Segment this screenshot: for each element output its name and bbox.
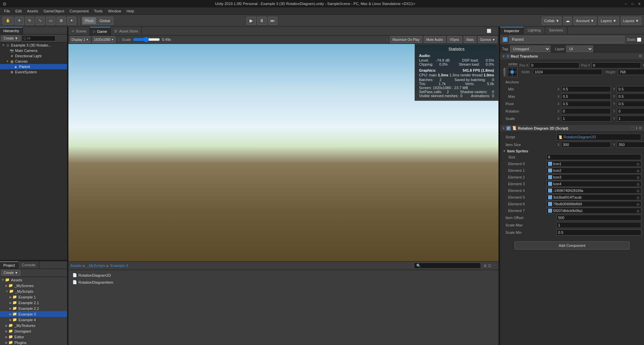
- script-reference[interactable]: 📜 RotationDiagram2D: [556, 134, 641, 140]
- element-pick-1[interactable]: ◎: [637, 169, 640, 172]
- static-checkbox[interactable]: [637, 38, 641, 42]
- tree-item-eventsystem[interactable]: ⚙ EventSystem: [0, 69, 67, 75]
- tree-item-canvas[interactable]: ▼ ▦ Canvas: [0, 59, 67, 64]
- close-panel-icon[interactable]: ⋯: [493, 29, 496, 33]
- pivot-y-input[interactable]: [617, 101, 644, 107]
- pivot-x-input[interactable]: [561, 101, 611, 107]
- pause-button[interactable]: ⏸: [257, 17, 267, 25]
- display-dropdown[interactable]: Display 1 ▼: [70, 36, 90, 43]
- menu-window[interactable]: Window: [105, 8, 124, 14]
- close-button[interactable]: ✕: [637, 2, 641, 6]
- element-pick-6[interactable]: ◎: [637, 202, 640, 206]
- item-size-y-input[interactable]: [617, 142, 644, 148]
- script-active-checkbox[interactable]: ✓: [506, 126, 511, 130]
- collab-button[interactable]: Collab ▼: [542, 17, 561, 25]
- transform-tool[interactable]: ⊞: [57, 17, 66, 25]
- hand-tool[interactable]: ✋: [3, 17, 13, 25]
- tree-item-parent[interactable]: ◈ Parent: [0, 64, 67, 69]
- project-item-example4[interactable]: ▶ 📁 Example 4: [0, 317, 67, 323]
- tab-scene[interactable]: ⊙ Scene: [68, 27, 90, 35]
- element-ref-7[interactable]: 59207d8dcb0b08a1◎: [546, 208, 641, 214]
- file-rotationdiagram2d[interactable]: 📄 RotationDiagram2D: [70, 272, 496, 278]
- menu-gameobject[interactable]: GameObject: [41, 8, 67, 14]
- breadcrumb-example3[interactable]: Example 3: [110, 264, 128, 268]
- project-item-plugins[interactable]: ▶ 📁 Plugins: [0, 340, 67, 345]
- rect-tool[interactable]: ▭: [46, 17, 55, 25]
- width-input[interactable]: [533, 69, 602, 75]
- project-item-example1[interactable]: ▶ 📁 Example 1: [0, 294, 67, 300]
- element-pick-5[interactable]: ◎: [637, 196, 640, 199]
- tab-game[interactable]: ▷ Game: [90, 27, 111, 35]
- tab-hierarchy[interactable]: Hierarchy: [0, 27, 23, 34]
- element-ref-3[interactable]: Icon4◎: [546, 181, 641, 187]
- rot-y-input[interactable]: [617, 108, 644, 114]
- tree-item-scene[interactable]: ▼ ⊙ Example 3 (3D Rotatio...: [0, 43, 67, 48]
- anchor-min-y-input[interactable]: [617, 86, 644, 92]
- anchor-max-y-input[interactable]: [617, 93, 644, 99]
- anchor-diagram[interactable]: [507, 67, 518, 77]
- pos-y-input[interactable]: [591, 62, 641, 68]
- sprites-size-input[interactable]: [546, 154, 641, 160]
- project-item-assets[interactable]: ▼ 📁 Assets: [0, 277, 67, 283]
- project-item-example3[interactable]: ▶ 📁 Example 3: [0, 311, 67, 317]
- element-pick-3[interactable]: ◎: [637, 182, 640, 186]
- project-item-example22[interactable]: ▶ 📁 Example 2.2: [0, 305, 67, 311]
- element-pick-0[interactable]: ◎: [637, 162, 640, 166]
- project-options-icon[interactable]: ⋯: [493, 264, 496, 268]
- maximize-button[interactable]: □: [631, 2, 635, 6]
- project-item-myscenes[interactable]: ▶ 📁 _MyScenes: [0, 283, 67, 288]
- resolution-dropdown[interactable]: 1920x1080 ▼: [92, 36, 115, 43]
- minimize-button[interactable]: ─: [624, 2, 628, 6]
- tag-dropdown[interactable]: Untagged: [510, 46, 550, 52]
- element-ref-0[interactable]: Icon1◎: [546, 161, 641, 167]
- menu-tools[interactable]: Tools: [91, 8, 105, 14]
- pos-x-input[interactable]: [530, 62, 579, 68]
- hierarchy-search[interactable]: [22, 36, 55, 41]
- breadcrumb-myscripts[interactable]: _MyScripts: [87, 264, 105, 268]
- script-popup-icon[interactable]: ⬚: [631, 126, 635, 130]
- maximize-panel-icon[interactable]: ⬜: [487, 29, 491, 33]
- element-ref-2[interactable]: Icon3◎: [546, 174, 641, 180]
- vsync-button[interactable]: VSync: [447, 36, 462, 43]
- gizmos-dropdown[interactable]: Gizmos ▼: [478, 36, 497, 43]
- breadcrumb-assets[interactable]: Assets: [70, 264, 82, 268]
- project-icon1[interactable]: ⊞: [484, 264, 487, 268]
- scale-x-input[interactable]: [561, 116, 611, 122]
- menu-file[interactable]: File: [1, 8, 13, 14]
- tab-lighting[interactable]: Lighting: [524, 27, 545, 34]
- script-info-icon[interactable]: ℹ: [636, 126, 637, 130]
- hierarchy-create-button[interactable]: Create ▼: [1, 36, 20, 41]
- menu-component[interactable]: Component: [67, 8, 91, 14]
- rect-transform-header[interactable]: ▼ ⊞ Rect Transform ⚙: [500, 53, 644, 60]
- pivot-button[interactable]: Pivot: [83, 17, 96, 24]
- script-settings-icon[interactable]: ⚙: [639, 126, 642, 130]
- play-button[interactable]: ▶: [247, 17, 256, 25]
- project-item-example21[interactable]: ▶ 📁 Example 2.1: [0, 300, 67, 305]
- add-component-button[interactable]: Add Component: [515, 242, 630, 250]
- anchor-min-x-input[interactable]: [561, 86, 611, 92]
- project-item-editor[interactable]: ▶ 📁 Editor: [0, 334, 67, 340]
- gameobj-active-checkbox[interactable]: ✓: [503, 37, 507, 42]
- element-ref-6[interactable]: 79bd6089688bf668◎: [546, 201, 641, 207]
- project-search-input[interactable]: [414, 263, 481, 269]
- layers-button[interactable]: Layers ▼: [598, 17, 619, 25]
- static-toggle[interactable]: Static: [627, 38, 641, 42]
- project-item-mytextures[interactable]: ▶ 📁 _MyTextures: [0, 323, 67, 328]
- tree-item-directionallight[interactable]: ☀ Directional Light: [0, 53, 67, 59]
- scale-slider[interactable]: [133, 38, 160, 41]
- scale-y-input[interactable]: [617, 116, 644, 122]
- layout-button[interactable]: Layout ▼: [621, 17, 641, 25]
- item-size-x-input[interactable]: [561, 142, 611, 148]
- anchor-max-x-input[interactable]: [561, 93, 611, 99]
- menu-assets[interactable]: Assets: [24, 8, 41, 14]
- tab-services[interactable]: Services: [545, 27, 568, 34]
- scale-max-input[interactable]: [556, 222, 641, 228]
- project-item-myscripts[interactable]: ▼ 📁 _MyScripts: [0, 288, 67, 294]
- tab-assetstore[interactable]: 🛒 Asset Store: [111, 27, 142, 35]
- global-button[interactable]: Global: [97, 17, 113, 24]
- step-button[interactable]: ⏭: [268, 17, 277, 25]
- layer-dropdown[interactable]: UI: [566, 46, 593, 52]
- element-ref-1[interactable]: Icon2◎: [546, 167, 641, 174]
- rot-x-input[interactable]: [561, 108, 611, 114]
- menu-help[interactable]: Help: [124, 8, 137, 14]
